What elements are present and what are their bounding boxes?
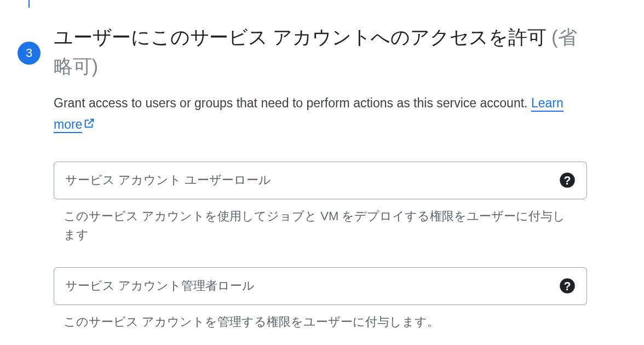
user-role-label: サービス アカウント ユーザーロール bbox=[65, 172, 271, 188]
admin-role-helper: このサービス アカウントを管理する権限をユーザーに付与します。 bbox=[54, 313, 587, 331]
step-number-text: 3 bbox=[26, 46, 32, 60]
description-text: Grant access to users or groups that nee… bbox=[54, 96, 531, 110]
step-description: Grant access to users or groups that nee… bbox=[54, 93, 587, 136]
heading-main: ユーザーにこのサービス アカウントへのアクセスを許可 bbox=[54, 26, 551, 48]
user-role-input[interactable]: サービス アカウント ユーザーロール ? bbox=[54, 162, 587, 199]
admin-role-input[interactable]: サービス アカウント管理者ロール ? bbox=[54, 267, 587, 305]
step-number-badge: 3 bbox=[18, 42, 41, 65]
svg-text:?: ? bbox=[564, 174, 571, 187]
step-heading: ユーザーにこのサービス アカウントへのアクセスを許可 (省略可) bbox=[54, 23, 587, 81]
svg-text:?: ? bbox=[564, 280, 571, 293]
external-link-icon bbox=[83, 114, 95, 136]
step-row: 3 ユーザーにこのサービス アカウントへのアクセスを許可 (省略可) Grant… bbox=[18, 23, 587, 331]
help-icon[interactable]: ? bbox=[559, 172, 576, 188]
step-container: 3 ユーザーにこのサービス アカウントへのアクセスを許可 (省略可) Grant… bbox=[18, 23, 587, 331]
step-content: ユーザーにこのサービス アカウントへのアクセスを許可 (省略可) Grant a… bbox=[54, 23, 587, 331]
admin-role-label: サービス アカウント管理者ロール bbox=[65, 278, 255, 294]
step-connector-line bbox=[28, 0, 30, 8]
field-group-admin-role: サービス アカウント管理者ロール ? このサービス アカウントを管理する権限をユ… bbox=[54, 267, 587, 331]
field-group-user-role: サービス アカウント ユーザーロール ? このサービス アカウントを使用してジョ… bbox=[54, 162, 587, 244]
help-icon[interactable]: ? bbox=[559, 278, 576, 294]
user-role-helper: このサービス アカウントを使用してジョブと VM をデプロイする権限をユーザーに… bbox=[54, 207, 587, 244]
